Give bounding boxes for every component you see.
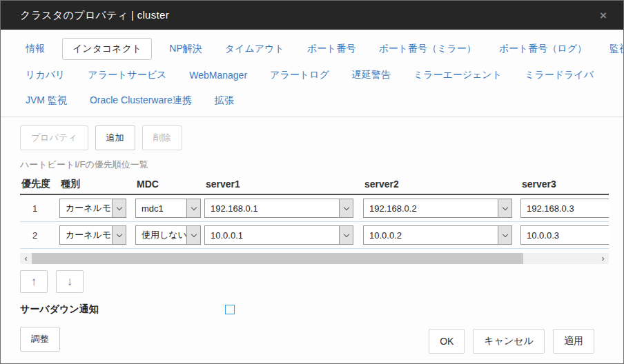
scroll-left-icon[interactable]: ‹ [20,253,32,264]
dialog-title: クラスタのプロパティ | cluster [20,9,597,22]
tab-monitor[interactable]: 監視 [604,39,624,59]
tab-port-number-log[interactable]: ポート番号（ログ） [494,39,592,59]
chevron-down-icon[interactable] [112,199,126,217]
dialog-footer: OK キャンセル 適用 [420,329,594,354]
tab-extension[interactable]: 拡張 [209,90,240,111]
chevron-down-icon[interactable] [498,226,511,244]
type-select[interactable]: カーネルモ [59,199,126,218]
tab-info[interactable]: 情報 [20,39,50,59]
server1-select-value: 10.0.0.1 [205,226,339,244]
server3-select-value: 10.0.0.3 [521,226,609,244]
tab-delay-warning[interactable]: 遅延警告 [347,65,396,85]
tab-row-3: JVM 監視 Oracle Clusterware連携 拡張 [20,90,604,111]
col-header-server3: server3 [520,179,609,190]
tab-recovery[interactable]: リカバリ [20,65,70,85]
server2-select[interactable]: 192.168.0.2 [363,199,512,218]
mdc-select-value: mdc1 [136,199,186,217]
tab-timeout[interactable]: タイムアウト [220,39,290,59]
server2-select[interactable]: 10.0.0.2 [363,225,512,245]
mdc-select-value: 使用しない [136,226,186,244]
tab-oracle-clusterware[interactable]: Oracle Clusterware連携 [84,90,197,111]
horizontal-scrollbar[interactable]: ‹ › [20,253,609,264]
chevron-down-icon[interactable] [339,199,353,217]
tab-mirror-driver[interactable]: ミラードライバ [519,65,599,85]
col-header-server2: server2 [363,179,520,190]
tab-mirror-agent[interactable]: ミラーエージェント [408,65,507,85]
cancel-button[interactable]: キャンセル [473,329,545,354]
move-down-button[interactable]: ↓ [56,270,84,293]
priority-value: 1 [20,203,59,214]
mdc-select[interactable]: mdc1 [135,199,201,218]
chevron-down-icon[interactable] [339,226,353,244]
server3-select[interactable]: 10.0.0.3 [520,225,609,245]
chevron-down-icon[interactable] [112,226,126,244]
tab-jvm-monitor[interactable]: JVM 監視 [20,90,72,111]
heartbeat-toolbar: プロパティ 追加 削除 [1,117,623,150]
tab-port-number-mirror[interactable]: ポート番号（ミラー） [373,39,481,59]
col-header-server1: server1 [204,179,363,190]
cluster-properties-dialog: クラスタのプロパティ | cluster × 情報 インタコネクト NP解決 タ… [0,0,624,364]
tab-row-1: 情報 インタコネクト NP解決 タイムアウト ポート番号 ポート番号（ミラー） … [20,38,604,60]
tab-strip: 情報 インタコネクト NP解決 タイムアウト ポート番号 ポート番号（ミラー） … [1,30,623,117]
add-button[interactable]: 追加 [95,125,135,150]
apply-button[interactable]: 適用 [553,329,594,354]
scroll-right-icon[interactable]: › [597,253,609,264]
ok-button[interactable]: OK [429,329,465,354]
server-down-notify-row: サーバダウン通知 [1,293,623,316]
heartbeat-table-caption: ハートビートI/Fの優先順位一覧 [1,150,623,171]
server1-select-value: 192.168.0.1 [205,199,339,217]
close-icon[interactable]: × [597,8,610,23]
tab-row-2: リカバリ アラートサービス WebManager アラートログ 遅延警告 ミラー… [20,65,604,85]
chevron-down-icon[interactable] [498,199,511,217]
tab-alert-service[interactable]: アラートサービス [82,65,172,85]
col-header-type: 種別 [59,178,135,190]
arrow-down-icon: ↓ [67,275,73,289]
heartbeat-table-viewport: 優先度 種別 MDC server1 server2 server3 1 カーネ… [20,175,609,249]
type-select-value: カーネルモ [60,226,112,244]
heartbeat-table: 優先度 種別 MDC server1 server2 server3 1 カーネ… [20,178,609,249]
delete-button[interactable]: 削除 [142,125,182,150]
tab-np-resolution[interactable]: NP解決 [164,39,207,59]
order-buttons: ↑ ↓ [1,264,623,293]
server-down-notify-checkbox[interactable] [225,305,235,314]
server2-select-value: 10.0.0.2 [364,226,498,244]
tab-alert-log[interactable]: アラートログ [264,65,335,85]
chevron-down-icon[interactable] [186,226,200,244]
tune-button[interactable]: 調整 [20,327,60,352]
server3-select-value: 192.168.0.3 [521,199,609,217]
dialog-titlebar: クラスタのプロパティ | cluster × [1,1,623,30]
type-select[interactable]: カーネルモ [59,225,126,245]
server3-select[interactable]: 192.168.0.3 [520,199,609,218]
type-select-value: カーネルモ [60,199,112,217]
tab-webmanager[interactable]: WebManager [184,65,253,85]
server1-select[interactable]: 192.168.0.1 [204,199,353,218]
arrow-up-icon: ↑ [31,275,37,289]
tab-interconnect[interactable]: インタコネクト [62,38,152,60]
col-header-priority: 優先度 [20,178,59,190]
properties-button[interactable]: プロパティ [20,125,88,150]
move-up-button[interactable]: ↑ [20,270,48,293]
table-row[interactable]: 1 カーネルモ mdc1 192.168.0.1 192.168.0.2 [20,195,609,222]
priority-value: 2 [20,230,59,241]
tab-port-number[interactable]: ポート番号 [302,39,362,59]
server-down-notify-label: サーバダウン通知 [20,303,225,316]
server1-select[interactable]: 10.0.0.1 [204,225,353,245]
table-row[interactable]: 2 カーネルモ 使用しない 10.0.0.1 10.0.0.2 [20,222,609,249]
mdc-select[interactable]: 使用しない [135,225,201,245]
chevron-down-icon[interactable] [186,199,200,217]
col-header-mdc: MDC [135,179,204,190]
scrollbar-thumb[interactable] [32,253,523,264]
table-header-row: 優先度 種別 MDC server1 server2 server3 [20,178,609,195]
server2-select-value: 192.168.0.2 [364,199,498,217]
